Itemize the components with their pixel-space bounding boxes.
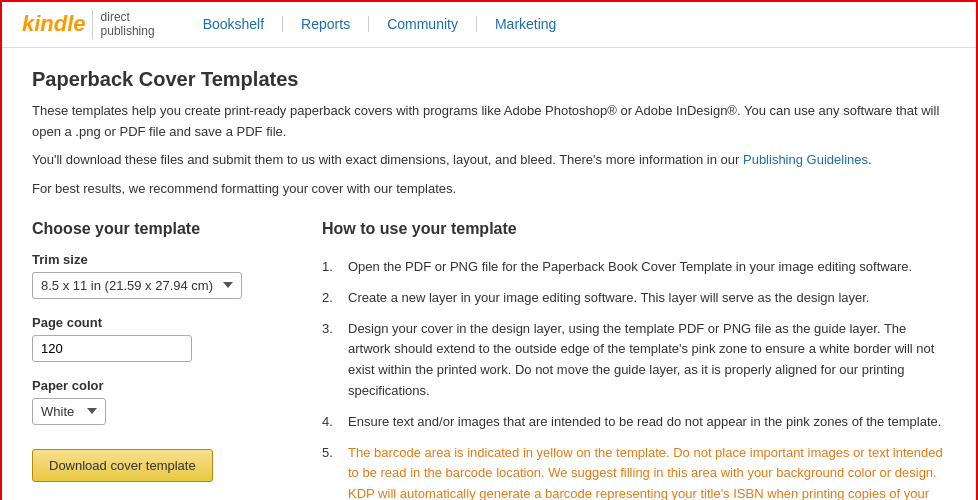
download-cover-template-button[interactable]: Download cover template (32, 449, 213, 482)
page-title: Paperback Cover Templates (32, 68, 946, 91)
steps-ol: 1.Open the PDF or PNG file for the Paper… (322, 252, 946, 500)
trim-size-group: Trim size 8.5 x 11 in (21.59 x 27.94 cm)… (32, 252, 292, 299)
kdp-text: direct publishing (92, 10, 155, 39)
paper-color-group: Paper color WhiteCream (32, 378, 292, 425)
step-text-2: Create a new layer in your image editing… (348, 288, 869, 309)
step-num-2: 2. (322, 288, 342, 309)
instruction-step-1: 1.Open the PDF or PNG file for the Paper… (322, 252, 946, 283)
step-num-5: 5. (322, 443, 342, 500)
step-text-1: Open the PDF or PNG file for the Paperba… (348, 257, 912, 278)
step-text-5: The barcode area is indicated in yellow … (348, 443, 946, 500)
nav-link-marketing[interactable]: Marketing (477, 16, 574, 32)
intro-paragraph-3: For best results, we recommend formattin… (32, 179, 946, 200)
nav-link-community[interactable]: Community (369, 16, 477, 32)
page-count-group: Page count (32, 315, 292, 362)
kindle-logo: kindle (22, 11, 86, 37)
intro2-before: You'll download these files and submit t… (32, 152, 743, 167)
form-column: Choose your template Trim size 8.5 x 11 … (32, 220, 292, 500)
nav-link-reports[interactable]: Reports (283, 16, 369, 32)
step-num-1: 1. (322, 257, 342, 278)
instruction-step-4: 4.Ensure text and/or images that are int… (322, 407, 946, 438)
instructions-list: 1.Open the PDF or PNG file for the Paper… (322, 252, 946, 500)
logo-area: kindle direct publishing (22, 10, 155, 39)
paper-color-label: Paper color (32, 378, 292, 393)
kdp-line1: direct (101, 10, 155, 24)
nav-link-bookshelf[interactable]: Bookshelf (185, 16, 283, 32)
form-title: Choose your template (32, 220, 292, 238)
intro2-after: . (868, 152, 872, 167)
header: kindle direct publishing BookshelfReport… (2, 2, 976, 48)
page-count-input[interactable] (32, 335, 192, 362)
step-num-3: 3. (322, 319, 342, 402)
instruction-step-3: 3.Design your cover in the design layer,… (322, 314, 946, 407)
paper-color-select[interactable]: WhiteCream (32, 398, 106, 425)
paper-color-select-wrap: WhiteCream (32, 398, 292, 425)
instruction-step-5: 5.The barcode area is indicated in yello… (322, 438, 946, 500)
step-text-3: Design your cover in the design layer, u… (348, 319, 946, 402)
intro-paragraph-2: You'll download these files and submit t… (32, 150, 946, 171)
trim-size-label: Trim size (32, 252, 292, 267)
two-column-layout: Choose your template Trim size 8.5 x 11 … (32, 220, 946, 500)
step-text-4: Ensure text and/or images that are inten… (348, 412, 941, 433)
step-num-4: 4. (322, 412, 342, 433)
instructions-title: How to use your template (322, 220, 946, 238)
instruction-step-2: 2.Create a new layer in your image editi… (322, 283, 946, 314)
instructions-column: How to use your template 1.Open the PDF … (322, 220, 946, 500)
main-nav: BookshelfReportsCommunityMarketing (185, 16, 575, 32)
page-count-label: Page count (32, 315, 292, 330)
kdp-line2: publishing (101, 24, 155, 38)
trim-size-select[interactable]: 8.5 x 11 in (21.59 x 27.94 cm)6 x 9 in (… (32, 272, 242, 299)
main-content: Paperback Cover Templates These template… (2, 48, 976, 500)
intro-paragraph-1: These templates help you create print-re… (32, 101, 946, 143)
publishing-guidelines-link[interactable]: Publishing Guidelines (743, 152, 868, 167)
